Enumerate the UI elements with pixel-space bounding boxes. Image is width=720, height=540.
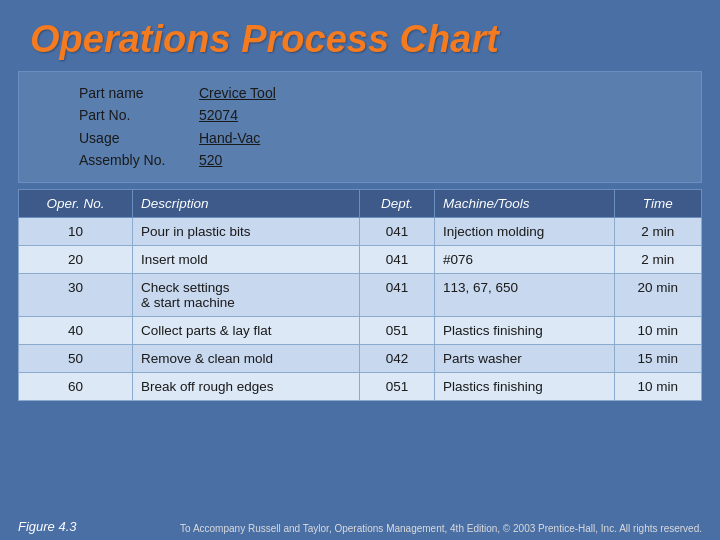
cell-machine: #076 — [434, 245, 614, 273]
cell-dept: 042 — [360, 344, 435, 372]
cell-description: Pour in plastic bits — [132, 217, 359, 245]
col-header-machine: Machine/Tools — [434, 189, 614, 217]
cell-machine: 113, 67, 650 — [434, 273, 614, 316]
table-row: 20Insert mold041#0762 min — [19, 245, 702, 273]
cell-description: Collect parts & lay flat — [132, 316, 359, 344]
table-row: 60Break off rough edges051Plastics finis… — [19, 372, 702, 400]
part-name-label: Part name — [79, 82, 189, 104]
part-no-label: Part No. — [79, 104, 189, 126]
cell-machine: Plastics finishing — [434, 316, 614, 344]
cell-oper-no: 10 — [19, 217, 133, 245]
cell-oper-no: 50 — [19, 344, 133, 372]
assembly-no-label: Assembly No. — [79, 149, 189, 171]
table-row: 10Pour in plastic bits041Injection moldi… — [19, 217, 702, 245]
usage-value: Hand-Vac — [199, 127, 319, 149]
cell-time: 2 min — [614, 217, 701, 245]
part-no-value: 52074 — [199, 104, 319, 126]
figure-label: Figure 4.3 — [18, 519, 77, 534]
cell-time: 10 min — [614, 316, 701, 344]
cell-time: 10 min — [614, 372, 701, 400]
title: Operations Process Chart — [0, 0, 720, 71]
cell-dept: 051 — [360, 316, 435, 344]
cell-machine: Injection molding — [434, 217, 614, 245]
col-header-description: Description — [132, 189, 359, 217]
cell-machine: Parts washer — [434, 344, 614, 372]
cell-description: Check settings& start machine — [132, 273, 359, 316]
cell-machine: Plastics finishing — [434, 372, 614, 400]
cell-dept: 051 — [360, 372, 435, 400]
assembly-no-value: 520 — [199, 149, 319, 171]
col-header-dept: Dept. — [360, 189, 435, 217]
cell-oper-no: 30 — [19, 273, 133, 316]
cell-description: Remove & clean mold — [132, 344, 359, 372]
cell-description: Break off rough edges — [132, 372, 359, 400]
footer: Figure 4.3 To Accompany Russell and Tayl… — [18, 519, 702, 534]
operations-table: Oper. No. Description Dept. Machine/Tool… — [18, 189, 702, 401]
col-header-oper-no: Oper. No. — [19, 189, 133, 217]
copyright-text: To Accompany Russell and Taylor, Operati… — [180, 523, 702, 534]
cell-dept: 041 — [360, 217, 435, 245]
table-row: 40Collect parts & lay flat051Plastics fi… — [19, 316, 702, 344]
usage-label: Usage — [79, 127, 189, 149]
cell-oper-no: 40 — [19, 316, 133, 344]
cell-time: 20 min — [614, 273, 701, 316]
col-header-time: Time — [614, 189, 701, 217]
cell-oper-no: 60 — [19, 372, 133, 400]
cell-time: 2 min — [614, 245, 701, 273]
table-row: 50Remove & clean mold042Parts washer15 m… — [19, 344, 702, 372]
cell-dept: 041 — [360, 245, 435, 273]
cell-dept: 041 — [360, 273, 435, 316]
cell-time: 15 min — [614, 344, 701, 372]
info-box: Part name Crevice Tool Part No. 52074 Us… — [18, 71, 702, 183]
cell-description: Insert mold — [132, 245, 359, 273]
cell-oper-no: 20 — [19, 245, 133, 273]
part-name-value: Crevice Tool — [199, 82, 319, 104]
table-row: 30Check settings& start machine041113, 6… — [19, 273, 702, 316]
